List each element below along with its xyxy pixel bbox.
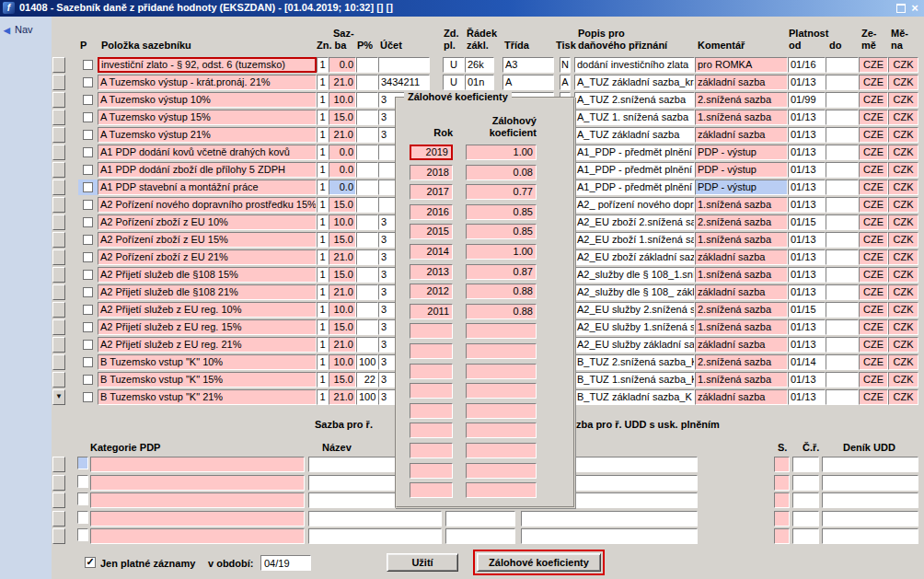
denik-udd-field[interactable]	[822, 457, 918, 472]
year-cell[interactable]: 2018	[410, 165, 453, 180]
app-window: f 01408 - Sazebník daně z přidané hodnot…	[0, 0, 924, 579]
year-cell[interactable]: 2016	[410, 204, 453, 220]
record-selector[interactable]	[52, 492, 65, 508]
row-indicator-cell[interactable]	[77, 511, 88, 524]
year-cell[interactable]: 2011	[410, 304, 453, 319]
koef-cell-empty[interactable]	[466, 343, 537, 359]
cr-field[interactable]	[792, 528, 819, 544]
nazev-field[interactable]	[308, 511, 442, 527]
koef-cell[interactable]: 0.88	[466, 304, 537, 319]
koef-cell-empty[interactable]	[466, 383, 537, 399]
koef-cell[interactable]: 0.85	[466, 224, 537, 239]
year-cell[interactable]: 2013	[410, 264, 453, 280]
year-cell[interactable]: 2017	[410, 184, 453, 200]
s-field[interactable]	[774, 511, 790, 527]
cr-field[interactable]	[792, 475, 819, 491]
kategorie-pdp-field[interactable]	[90, 457, 305, 472]
sazba-r-field[interactable]	[445, 528, 515, 544]
koef-cell[interactable]: 0.08	[466, 165, 537, 180]
koef-cell[interactable]: 1.00	[466, 244, 537, 260]
koef-cell[interactable]: 0.85	[466, 204, 537, 220]
kategorie-pdp-field[interactable]	[90, 528, 305, 544]
row-indicator-cell[interactable]	[77, 475, 88, 488]
sazba-r-field[interactable]	[445, 511, 515, 527]
cr-field[interactable]	[792, 492, 819, 508]
year-cell-empty[interactable]	[410, 403, 453, 419]
cr-field[interactable]	[792, 511, 819, 527]
s-field[interactable]	[774, 492, 790, 508]
zalohove-koeficienty-panel: Zálohové koeficienty Rok Zálohový koefic…	[395, 97, 575, 508]
koef-cell[interactable]: 0.77	[466, 184, 537, 200]
koef-cell[interactable]: 0.88	[466, 284, 537, 299]
s-field[interactable]	[774, 475, 790, 491]
cr-field[interactable]	[792, 457, 819, 472]
koef-cell[interactable]: 1.00	[466, 145, 537, 160]
koef-cell-empty[interactable]	[466, 482, 537, 498]
record-selector[interactable]	[52, 528, 65, 544]
denik-udd-field[interactable]	[822, 528, 918, 544]
year-cell-empty[interactable]	[410, 323, 453, 339]
koef-cell-empty[interactable]	[466, 323, 537, 339]
year-cell-empty[interactable]	[410, 463, 453, 479]
year-cell-empty[interactable]	[410, 343, 453, 359]
year-cell-empty[interactable]	[410, 383, 453, 399]
row-indicator-cell[interactable]	[77, 492, 88, 505]
year-cell-empty[interactable]	[410, 364, 453, 379]
s-field[interactable]	[774, 528, 790, 544]
koef-cell-empty[interactable]	[466, 403, 537, 419]
year-cell[interactable]: 2019	[410, 145, 453, 160]
popup-col-header-rok: Rok	[410, 127, 453, 138]
sazba-udd-field[interactable]	[521, 528, 698, 544]
record-selector[interactable]	[52, 511, 65, 527]
year-cell-empty[interactable]	[410, 482, 453, 498]
row-indicator-cell[interactable]	[77, 528, 88, 541]
popup-col-header-koef-1: Zálohový	[466, 115, 537, 126]
record-selector[interactable]	[52, 475, 65, 491]
year-cell-empty[interactable]	[410, 443, 453, 458]
koef-cell-empty[interactable]	[466, 364, 537, 379]
row-indicator-cell[interactable]	[77, 457, 88, 469]
denik-udd-field[interactable]	[822, 475, 918, 491]
year-cell[interactable]: 2015	[410, 224, 453, 239]
s-field[interactable]	[774, 457, 790, 472]
koef-cell-empty[interactable]	[466, 463, 537, 479]
record-selector[interactable]	[52, 457, 65, 472]
popup-col-header-koef-2: koeficient	[466, 127, 537, 138]
denik-udd-field[interactable]	[822, 492, 918, 508]
koef-cell-empty[interactable]	[466, 423, 537, 438]
kategorie-pdp-field[interactable]	[90, 511, 305, 527]
koef-cell-empty[interactable]	[466, 443, 537, 458]
kategorie-pdp-field[interactable]	[90, 475, 305, 491]
sazba-udd-field[interactable]	[521, 511, 698, 527]
year-cell[interactable]: 2014	[410, 244, 453, 260]
nazev-field[interactable]	[308, 528, 442, 544]
year-cell-empty[interactable]	[410, 423, 453, 438]
koef-cell[interactable]: 0.87	[466, 264, 537, 280]
year-cell[interactable]: 2012	[410, 284, 453, 299]
popup-title: Zálohové koeficienty	[404, 91, 512, 102]
denik-udd-field[interactable]	[822, 511, 918, 527]
kategorie-pdp-field[interactable]	[90, 492, 305, 508]
